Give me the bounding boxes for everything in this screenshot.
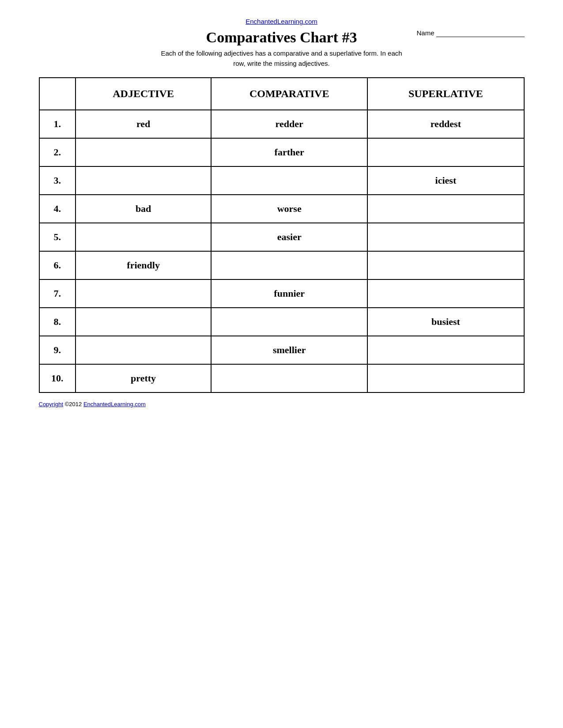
copyright-bar: Copyright ©2012 EnchantedLearning.com (39, 401, 525, 407)
header-adjective: ADJECTIVE (76, 78, 211, 110)
table-row: 4.badworse (39, 195, 524, 223)
row-superlative (367, 251, 524, 279)
comparatives-table: ADJECTIVE COMPARATIVE SUPERLATIVE 1.redr… (39, 77, 525, 393)
table-row: 8.busiest (39, 308, 524, 336)
row-number: 8. (39, 308, 76, 336)
copyright-link[interactable]: Copyright (39, 401, 64, 407)
row-comparative (211, 308, 367, 336)
table-row: 2.farther (39, 138, 524, 166)
row-comparative (211, 251, 367, 279)
row-comparative: smellier (211, 336, 367, 364)
row-superlative (367, 336, 524, 364)
table-row: 1.redredderreddest (39, 110, 524, 138)
table-row: 7.funnier (39, 279, 524, 308)
row-number: 10. (39, 364, 76, 392)
row-number: 9. (39, 336, 76, 364)
table-row: 9.smellier (39, 336, 524, 364)
row-adjective (76, 308, 211, 336)
subtitle: Each of the following adjectives has a c… (39, 49, 525, 68)
row-superlative: busiest (367, 308, 524, 336)
row-adjective (76, 336, 211, 364)
table-row: 3.iciest (39, 166, 524, 195)
row-superlative: reddest (367, 110, 524, 138)
row-comparative: funnier (211, 279, 367, 308)
table-header-row: ADJECTIVE COMPARATIVE SUPERLATIVE (39, 78, 524, 110)
header-comparative: COMPARATIVE (211, 78, 367, 110)
table-row: 5.easier (39, 223, 524, 251)
name-label: Name (416, 29, 434, 37)
row-adjective (76, 138, 211, 166)
row-comparative: redder (211, 110, 367, 138)
row-number: 6. (39, 251, 76, 279)
header-area: EnchantedLearning.com Comparatives Chart… (39, 18, 525, 68)
row-comparative (211, 364, 367, 392)
row-comparative: farther (211, 138, 367, 166)
site-link[interactable]: EnchantedLearning.com (246, 18, 317, 25)
row-comparative (211, 166, 367, 195)
row-superlative: iciest (367, 166, 524, 195)
row-superlative (367, 138, 524, 166)
row-number: 3. (39, 166, 76, 195)
row-superlative (367, 223, 524, 251)
row-comparative: easier (211, 223, 367, 251)
row-number: 5. (39, 223, 76, 251)
row-number: 7. (39, 279, 76, 308)
table-row: 10.pretty (39, 364, 524, 392)
row-superlative (367, 364, 524, 392)
row-adjective: pretty (76, 364, 211, 392)
row-superlative (367, 195, 524, 223)
row-adjective (76, 223, 211, 251)
copyright-year: ©2012 (65, 401, 83, 407)
header-superlative: SUPERLATIVE (367, 78, 524, 110)
footer-site-link[interactable]: EnchantedLearning.com (83, 401, 146, 407)
row-number: 2. (39, 138, 76, 166)
row-superlative (367, 279, 524, 308)
row-adjective (76, 166, 211, 195)
row-comparative: worse (211, 195, 367, 223)
site-link-area: EnchantedLearning.com (39, 18, 525, 26)
table-row: 6.friendly (39, 251, 524, 279)
name-field-area: Name (416, 29, 524, 37)
row-number: 1. (39, 110, 76, 138)
row-adjective: red (76, 110, 211, 138)
page-container: EnchantedLearning.com Comparatives Chart… (39, 18, 525, 407)
row-adjective: bad (76, 195, 211, 223)
row-adjective: friendly (76, 251, 211, 279)
name-underline[interactable] (436, 29, 525, 37)
header-num (39, 78, 76, 110)
row-adjective (76, 279, 211, 308)
row-number: 4. (39, 195, 76, 223)
